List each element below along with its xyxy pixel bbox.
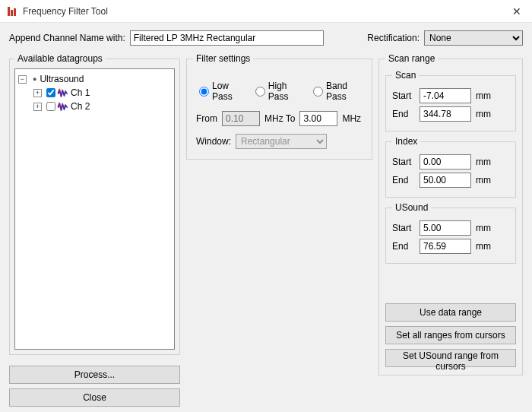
expander-icon[interactable]: − [18, 75, 27, 84]
index-end-input[interactable] [420, 173, 471, 188]
unit-label: mm [476, 90, 494, 101]
filter-column: Filter settings Low Pass High Pass [186, 53, 372, 407]
scan-buttons: Use data range Set all ranges from curso… [385, 303, 516, 367]
set-all-ranges-button[interactable]: Set all ranges from cursors [385, 326, 516, 344]
available-datagroups-group: Available datagroups − ● Ultrasound [9, 53, 180, 355]
unit-label: mm [476, 241, 494, 252]
from-label: From [196, 113, 217, 124]
tree-label: Ultrasound [38, 74, 84, 84]
svg-rect-0 [8, 7, 10, 16]
radio-label: High Pass [268, 81, 302, 102]
rectification-label: Rectification: [367, 33, 420, 43]
usound-section: USound Start mm End mm [385, 202, 516, 264]
radio-band-pass[interactable]: Band Pass [313, 81, 363, 102]
unit-label: mm [476, 223, 494, 233]
dialog-body: Append Channel Name with: Rectification:… [0, 23, 532, 412]
usound-start-input[interactable] [420, 220, 471, 236]
index-section: Index Start mm End mm [385, 136, 516, 198]
datagroup-tree[interactable]: − ● Ultrasound + [14, 68, 175, 350]
window-select: Rectangular [236, 134, 327, 149]
to-frequency-input[interactable] [299, 111, 337, 126]
expander-icon[interactable]: + [33, 103, 42, 111]
svg-rect-1 [11, 10, 13, 16]
use-data-range-button[interactable]: Use data range [385, 303, 516, 322]
index-start-input[interactable] [420, 154, 471, 170]
index-end-row: End mm [392, 173, 509, 188]
app-icon [6, 5, 18, 17]
usound-end-input[interactable] [420, 239, 471, 254]
window-row: Window: Rectangular [196, 134, 363, 149]
scan-range-legend: Scan range [385, 53, 438, 64]
window-label: Window: [196, 136, 231, 147]
process-button[interactable]: Process... [9, 366, 180, 384]
index-start-row: Start mm [392, 154, 509, 170]
bullet-icon: ● [33, 75, 36, 83]
available-datagroups-legend: Available datagroups [14, 53, 106, 64]
left-column: Available datagroups − ● Ultrasound [9, 53, 180, 407]
tree-node-ultrasound[interactable]: − ● Ultrasound [18, 72, 174, 86]
radio-label: Band Pass [326, 81, 363, 102]
scan-start-row: Start mm [392, 88, 509, 103]
scan-column: Scan range Scan Start mm End mm I [378, 53, 523, 407]
close-icon[interactable]: ✕ [508, 5, 526, 17]
radio-high-pass[interactable]: High Pass [255, 81, 302, 102]
start-label: Start [392, 90, 415, 101]
channel-icon [57, 102, 68, 111]
end-label: End [392, 175, 415, 185]
expander-icon[interactable]: + [33, 89, 42, 97]
scan-start-input[interactable] [420, 88, 471, 103]
scan-section: Scan Start mm End mm [385, 70, 516, 132]
filter-settings-group: Filter settings Low Pass High Pass [186, 53, 372, 160]
title-bar: Frequency Filter Tool ✕ [0, 0, 532, 23]
usound-end-row: End mm [392, 239, 509, 254]
index-section-legend: Index [392, 136, 420, 147]
usound-section-legend: USound [392, 202, 431, 213]
tree-checkbox-ch1[interactable] [46, 88, 55, 97]
mhz-to-label: MHz To [264, 113, 295, 124]
tree-node-ch2[interactable]: + Ch 2 [18, 100, 174, 113]
close-button[interactable]: Close [9, 388, 180, 407]
append-channel-input[interactable] [130, 30, 324, 46]
append-label: Append Channel Name with: [9, 33, 125, 43]
unit-label: mm [476, 109, 494, 119]
unit-label: mm [476, 175, 494, 185]
filter-type-row: Low Pass High Pass Band Pass [199, 81, 363, 102]
tree-label: Ch 2 [69, 101, 90, 112]
append-row: Append Channel Name with: Rectification:… [9, 30, 523, 46]
tree-checkbox-ch2[interactable] [46, 102, 55, 111]
usound-start-row: Start mm [392, 220, 509, 236]
unit-label: mm [476, 157, 494, 167]
start-label: Start [392, 223, 415, 233]
from-frequency-input [222, 111, 260, 126]
scan-section-legend: Scan [392, 70, 419, 81]
window-title: Frequency Filter Tool [23, 6, 508, 17]
filter-settings-legend: Filter settings [193, 53, 253, 64]
channel-icon [57, 88, 68, 97]
radio-label: Low Pass [212, 81, 245, 102]
frequency-range-row: From MHz To MHz [196, 111, 363, 126]
scan-end-row: End mm [392, 106, 509, 122]
tree-node-ch1[interactable]: + Ch 1 [18, 86, 174, 100]
scan-end-input[interactable] [420, 106, 471, 122]
radio-low-pass-input[interactable] [199, 87, 209, 97]
radio-high-pass-input[interactable] [255, 87, 265, 97]
end-label: End [392, 109, 415, 119]
rectification-select[interactable]: None [424, 30, 523, 46]
svg-rect-2 [14, 8, 16, 16]
end-label: End [392, 241, 415, 252]
tree-label: Ch 1 [69, 87, 90, 98]
radio-low-pass[interactable]: Low Pass [199, 81, 245, 102]
set-usound-range-button[interactable]: Set USound range from cursors [385, 349, 516, 367]
scan-range-group: Scan range Scan Start mm End mm I [378, 53, 523, 376]
mhz-label: MHz [342, 113, 361, 124]
start-label: Start [392, 157, 415, 167]
radio-band-pass-input[interactable] [313, 87, 323, 97]
